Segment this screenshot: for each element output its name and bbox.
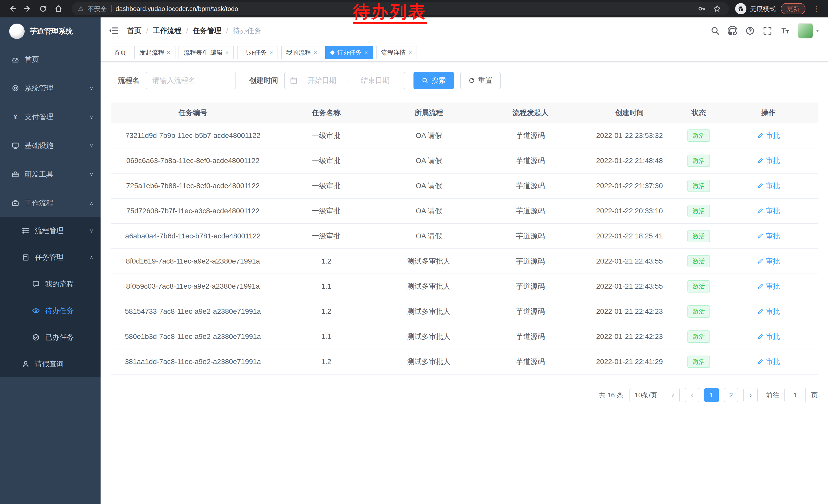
status-badge: 激活 bbox=[688, 330, 710, 342]
sidebar-item-payment[interactable]: ¥ 支付管理 ∨ bbox=[0, 102, 100, 131]
approve-button-label: 审批 bbox=[766, 181, 780, 191]
page-size-select[interactable]: 10条/页 ∨ bbox=[629, 388, 680, 402]
table-row: 8f059c03-7ac8-11ec-a9e2-a2380e71991a 1.1… bbox=[111, 274, 818, 299]
top-navbar: 首页 / 工作流程 / 任务管理 / 待办任务 ▾ bbox=[100, 17, 828, 44]
prev-page-button[interactable]: ‹ bbox=[685, 388, 699, 402]
home-icon[interactable] bbox=[51, 2, 66, 16]
github-icon[interactable] bbox=[728, 26, 737, 35]
table-row: 725a1eb6-7b88-11ec-8ef0-acde48001122 一级审… bbox=[111, 173, 818, 198]
approve-button[interactable]: 审批 bbox=[757, 256, 780, 266]
search-button-label: 搜索 bbox=[431, 76, 446, 85]
sidebar-item-process-management[interactable]: 流程管理 ∨ bbox=[0, 217, 100, 244]
approve-button[interactable]: 审批 bbox=[757, 357, 780, 367]
edit-icon bbox=[757, 183, 763, 189]
sidebar-item-task-management[interactable]: 任务管理 ∧ bbox=[0, 244, 100, 271]
tab-home[interactable]: 首页 bbox=[109, 46, 131, 59]
browser-right-controls: 无痕模式 更新 ⋮ bbox=[735, 2, 823, 16]
approve-button[interactable]: 审批 bbox=[757, 156, 780, 166]
approve-button[interactable]: 审批 bbox=[757, 281, 780, 291]
table-row: 381aa1dd-7ac8-11ec-a9e2-a2380e71991a 1.2… bbox=[111, 349, 818, 374]
sidebar-item-todo-tasks[interactable]: 待办任务 bbox=[0, 297, 100, 324]
reload-icon[interactable] bbox=[36, 2, 50, 16]
fullscreen-icon[interactable] bbox=[763, 26, 772, 35]
tab-start-process[interactable]: 发起流程× bbox=[134, 46, 175, 59]
status-badge: 激活 bbox=[688, 154, 710, 167]
sidebar-item-label: 基础设施 bbox=[25, 141, 53, 150]
col-process: 所属流程 bbox=[378, 102, 480, 123]
sidebar-item-leave-query[interactable]: 请假查询 bbox=[0, 351, 100, 377]
cell-actions: 审批 bbox=[719, 349, 818, 374]
search-icon[interactable] bbox=[710, 26, 720, 35]
tab-label: 已办任务 bbox=[242, 48, 267, 57]
sidebar-item-done-tasks[interactable]: 已办任务 bbox=[0, 324, 100, 351]
forward-icon[interactable] bbox=[20, 2, 35, 16]
cell-initiator: 芋道源码 bbox=[480, 224, 581, 249]
reset-button[interactable]: 重置 bbox=[460, 72, 501, 89]
approve-button[interactable]: 审批 bbox=[757, 131, 780, 140]
user-menu[interactable]: ▾ bbox=[798, 23, 819, 39]
process-name-input[interactable] bbox=[146, 72, 236, 89]
sidebar-item-devtools[interactable]: 研发工具 ∨ bbox=[0, 160, 100, 189]
chevron-up-icon: ∧ bbox=[89, 200, 93, 206]
approve-button[interactable]: 审批 bbox=[757, 307, 780, 316]
breadcrumb-task-management[interactable]: 任务管理 bbox=[193, 26, 222, 36]
tab-done-tasks[interactable]: 已办任务× bbox=[237, 46, 278, 59]
cell-task-id: 58154733-7ac8-11ec-a9e2-a2380e71991a bbox=[111, 299, 275, 324]
incognito-badge: 无痕模式 bbox=[735, 3, 776, 14]
table-row: 75d72608-7b7f-11ec-a3c8-acde48001122 一级审… bbox=[111, 198, 818, 224]
close-icon[interactable]: × bbox=[269, 49, 273, 56]
approve-button-label: 审批 bbox=[766, 206, 780, 216]
cell-task-id: 8f0d1619-7ac8-11ec-a9e2-a2380e71991a bbox=[111, 249, 275, 274]
approve-button[interactable]: 审批 bbox=[757, 231, 780, 241]
close-icon[interactable]: × bbox=[408, 49, 412, 56]
breadcrumb-workflow[interactable]: 工作流程 bbox=[153, 26, 181, 36]
approve-button[interactable]: 审批 bbox=[757, 181, 780, 191]
close-icon[interactable]: × bbox=[314, 49, 317, 56]
update-button[interactable]: 更新 bbox=[781, 3, 805, 14]
close-icon[interactable]: × bbox=[225, 49, 229, 56]
prev-icon: ‹ bbox=[691, 391, 693, 399]
app-logo-row[interactable]: 芋道管理系统 bbox=[0, 17, 100, 45]
chevron-down-icon: ∨ bbox=[89, 114, 93, 120]
breadcrumb-home[interactable]: 首页 bbox=[127, 26, 141, 36]
close-icon[interactable]: × bbox=[364, 49, 368, 56]
tab-my-processes[interactable]: 我的流程× bbox=[281, 46, 322, 59]
date-range-picker[interactable]: 开始日期 - 结束日期 bbox=[284, 72, 405, 89]
sidebar-item-home[interactable]: 首页 bbox=[0, 45, 100, 74]
sidebar-item-workflow[interactable]: 工作流程 ∧ bbox=[0, 189, 100, 217]
cell-task-name: 一级审批 bbox=[275, 198, 378, 224]
cell-initiator: 芋道源码 bbox=[480, 198, 581, 224]
collapse-sidebar-icon[interactable] bbox=[108, 25, 119, 36]
cell-task-id: a6aba0a4-7b6d-11ec-b781-acde48001122 bbox=[111, 224, 275, 249]
sidebar-item-system[interactable]: 系统管理 ∨ bbox=[0, 74, 100, 102]
back-icon[interactable] bbox=[5, 2, 19, 16]
search-button[interactable]: 搜索 bbox=[413, 72, 454, 89]
bookmark-star-icon[interactable] bbox=[711, 3, 723, 14]
approve-button[interactable]: 审批 bbox=[757, 206, 780, 216]
help-icon[interactable] bbox=[745, 26, 755, 35]
workflow-submenu: 流程管理 ∨ 任务管理 ∧ 我的流程 待办任务 bbox=[0, 217, 100, 377]
sidebar-item-infrastructure[interactable]: 基础设施 ∨ bbox=[0, 131, 100, 160]
approve-button[interactable]: 审批 bbox=[757, 332, 780, 341]
goto-label: 前往 bbox=[766, 391, 779, 400]
next-page-button[interactable]: › bbox=[743, 388, 758, 402]
close-icon[interactable]: × bbox=[167, 49, 170, 56]
font-size-icon[interactable] bbox=[780, 26, 790, 35]
page-url: dashboard.yudao.iocoder.cn/bpm/task/todo bbox=[116, 5, 238, 12]
cell-task-id: 069c6a63-7b8a-11ec-8ef0-acde48001122 bbox=[111, 148, 275, 173]
tab-process-form-edit[interactable]: 流程表单-编辑× bbox=[178, 46, 234, 59]
password-key-icon[interactable] bbox=[696, 3, 707, 14]
edit-icon bbox=[757, 208, 763, 214]
cell-created: 2022-01-22 20:33:10 bbox=[581, 198, 678, 224]
tab-process-detail[interactable]: 流程详情× bbox=[376, 46, 417, 59]
sidebar-item-my-processes[interactable]: 我的流程 bbox=[0, 271, 100, 297]
page-1-button[interactable]: 1 bbox=[704, 388, 719, 402]
page-2-button[interactable]: 2 bbox=[724, 388, 738, 402]
sidebar: 芋道管理系统 首页 系统管理 ∨ ¥ 支付管理 ∨ 基础设施 ∨ bbox=[0, 17, 100, 504]
address-bar[interactable]: ⚠ 不安全 dashboard.yudao.iocoder.cn/bpm/tas… bbox=[72, 2, 729, 15]
browser-menu-icon[interactable]: ⋮ bbox=[811, 2, 822, 16]
tab-todo-tasks[interactable]: 待办任务× bbox=[325, 46, 373, 59]
goto-page-input[interactable] bbox=[784, 388, 806, 402]
cell-created: 2022-01-21 22:42:23 bbox=[581, 299, 678, 324]
cell-status: 激活 bbox=[678, 299, 719, 324]
